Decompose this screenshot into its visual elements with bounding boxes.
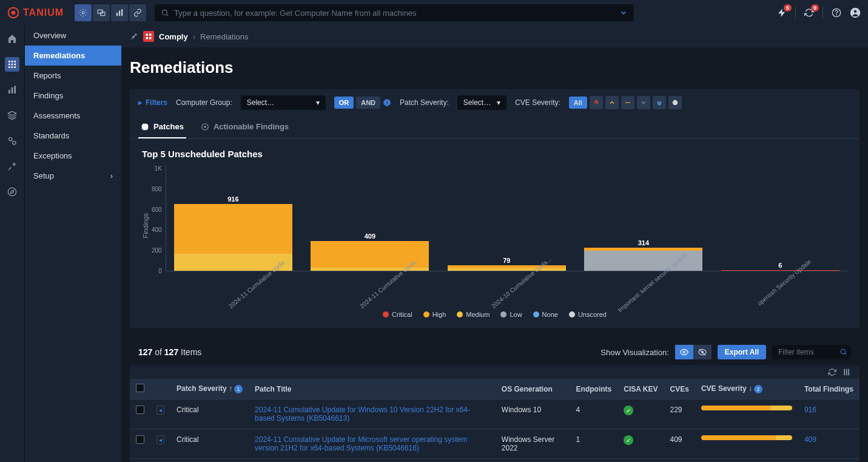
chevron-right-icon: › — [110, 171, 113, 180]
tool-settings[interactable] — [75, 4, 92, 21]
patch-severity-select[interactable]: Select… ▾ — [457, 95, 506, 110]
double-up-icon — [593, 99, 600, 106]
col-total-findings[interactable]: Total Findings — [798, 379, 860, 399]
patch-icon — [141, 123, 149, 131]
cell-os: Windows 10 — [496, 459, 570, 463]
rail-explore[interactable] — [5, 185, 19, 199]
or-button[interactable]: OR — [334, 97, 354, 109]
expand-row-button[interactable]: ◂ — [156, 406, 164, 415]
rail-apps[interactable] — [5, 57, 19, 72]
viz-show-button[interactable] — [675, 345, 693, 359]
table-header-row: Patch Severity ↑1 Patch Title OS Generat… — [130, 379, 860, 399]
sidebar-item-findings[interactable]: Findings — [25, 86, 121, 106]
topbar-tools — [75, 4, 146, 21]
filters-toggle[interactable]: ▸ Filters — [138, 98, 167, 107]
sidebar-item-reports[interactable]: Reports — [25, 66, 121, 86]
select-all-checkbox[interactable] — [136, 384, 144, 392]
tab-actionable-findings[interactable]: Actionable Findings — [198, 116, 291, 138]
chevron-down-icon[interactable] — [619, 8, 628, 17]
cve-all-button[interactable]: All — [569, 97, 587, 109]
compass-icon — [7, 187, 17, 197]
sev-low-chip[interactable] — [637, 96, 650, 109]
svg-point-40 — [841, 349, 846, 354]
sev-unscored-chip[interactable] — [668, 96, 682, 109]
global-search[interactable] — [155, 4, 634, 21]
severity-bar — [701, 435, 792, 440]
col-patch-severity[interactable]: Patch Severity ↑1 — [170, 379, 249, 399]
rail-layers[interactable] — [5, 108, 19, 123]
svg-rect-43 — [848, 369, 849, 376]
tool-chart[interactable] — [111, 4, 128, 21]
svg-point-1 — [12, 11, 16, 15]
alerts-button[interactable]: 5 — [777, 8, 787, 18]
rail-tools[interactable] — [5, 159, 19, 174]
export-all-button[interactable]: Export All — [718, 345, 766, 359]
svg-rect-41 — [844, 369, 845, 376]
svg-point-38 — [683, 351, 685, 353]
y-ticks: 1K8006004002000 — [152, 165, 166, 287]
col-endpoints[interactable]: Endpoints — [570, 379, 618, 399]
rail-reports[interactable] — [5, 83, 19, 97]
layers-icon — [7, 110, 17, 120]
sidebar-item-remediations[interactable]: Remediations — [25, 46, 121, 66]
breadcrumb-app[interactable]: Comply — [159, 32, 188, 41]
tab-patches[interactable]: Patches — [138, 116, 186, 138]
search-input[interactable] — [174, 8, 614, 18]
columns-icon — [843, 368, 851, 376]
svg-rect-42 — [846, 369, 847, 376]
col-cisa-kev[interactable]: CISA KEV — [617, 379, 664, 399]
page-title: Remediations — [121, 47, 868, 89]
viz-hide-button[interactable] — [693, 345, 712, 359]
patch-title-link[interactable]: 2024-11 Cumulative Update for Microsoft … — [255, 435, 467, 452]
sidebar-item-assessments[interactable]: Assessments — [25, 106, 121, 126]
svg-point-2 — [82, 12, 84, 14]
cisa-check-icon: ✓ — [624, 406, 633, 415]
col-cves[interactable]: CVEs — [664, 379, 695, 399]
sidebar-item-overview[interactable]: Overview — [25, 25, 121, 46]
sev-high-chip[interactable] — [605, 96, 619, 109]
and-button[interactable]: AND — [356, 97, 380, 109]
sev-medium-chip[interactable] — [621, 96, 634, 109]
sort-down-icon: ↓ — [749, 384, 752, 393]
home-icon — [7, 34, 17, 44]
computer-group-select[interactable]: Select… ▾ — [241, 95, 326, 110]
total-findings-link[interactable]: 409 — [804, 435, 816, 444]
refresh-table-button[interactable] — [828, 368, 836, 376]
tool-link[interactable] — [129, 4, 146, 21]
user-button[interactable] — [850, 7, 861, 18]
sidebar-item-standards[interactable]: Standards — [25, 126, 121, 146]
pin-icon[interactable] — [130, 32, 138, 41]
total-findings-link[interactable]: 916 — [804, 406, 816, 414]
sidebar-item-exceptions[interactable]: Exceptions — [25, 146, 121, 166]
svg-rect-17 — [12, 64, 13, 66]
svg-rect-5 — [116, 13, 118, 16]
col-patch-title[interactable]: Patch Title — [249, 379, 496, 399]
tool-devices[interactable] — [93, 4, 110, 21]
search-icon[interactable] — [839, 348, 847, 356]
sev-none-chip[interactable] — [653, 96, 666, 109]
svg-rect-23 — [12, 87, 13, 93]
expand-row-button[interactable]: ◂ — [156, 435, 164, 444]
info-icon[interactable]: i — [383, 98, 391, 107]
columns-button[interactable] — [843, 368, 851, 376]
svg-point-25 — [9, 138, 12, 141]
row-checkbox[interactable] — [136, 406, 144, 414]
breadcrumb: Comply › Remediations — [121, 25, 868, 47]
svg-rect-7 — [121, 9, 123, 16]
sidebar-item-setup[interactable]: Setup› — [25, 166, 121, 186]
show-viz-label: Show Visualization: — [601, 348, 669, 357]
rail-home[interactable] — [5, 32, 19, 46]
row-checkbox[interactable] — [136, 435, 144, 444]
cell-endpoints: 1 — [570, 429, 618, 459]
up-icon — [608, 99, 616, 106]
col-cve-severity[interactable]: CVE Severity ↓2 — [695, 379, 798, 399]
col-os-generation[interactable]: OS Generation — [496, 379, 570, 399]
help-button[interactable] — [832, 8, 841, 18]
patch-title-link[interactable]: 2024-11 Cumulative Update for Windows 10… — [255, 406, 470, 423]
gear-icon — [79, 8, 87, 17]
rail-admin[interactable] — [5, 134, 19, 148]
updates-button[interactable]: 9 — [804, 8, 814, 18]
sev-critical-chip[interactable] — [590, 96, 603, 109]
cve-severity-label: CVE Severity: — [515, 98, 560, 107]
down-icon — [640, 99, 647, 106]
